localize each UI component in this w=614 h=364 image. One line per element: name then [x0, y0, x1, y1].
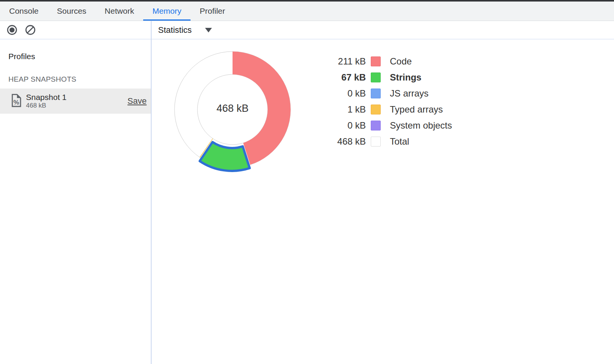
svg-text:%: % [13, 99, 19, 106]
profiles-title: Profiles [8, 52, 151, 61]
legend-value: 67 kB [328, 72, 366, 83]
panel-content: Profiles HEAP SNAPSHOTS % Snapshot 1 468… [0, 39, 614, 364]
legend-value: 0 kB [328, 120, 366, 131]
toolbar-left-section [0, 21, 152, 39]
perspective-select[interactable]: Statistics [158, 25, 212, 35]
legend-row-total[interactable]: 468 kB Total [328, 134, 452, 150]
legend-swatch-strings [371, 72, 381, 82]
legend-label: Typed arrays [390, 104, 443, 115]
legend-swatch-js-arrays [371, 89, 381, 98]
perspective-select-value: Statistics [158, 25, 192, 35]
legend-row-code[interactable]: 211 kB Code [328, 53, 452, 69]
legend-label: Strings [390, 72, 422, 83]
legend-row-typed-arrays[interactable]: 1 kB Typed arrays [328, 101, 452, 118]
chevron-down-icon [205, 28, 212, 32]
profiles-sidebar: Profiles HEAP SNAPSHOTS % Snapshot 1 468… [0, 39, 152, 364]
save-snapshot-link[interactable]: Save [128, 96, 147, 106]
snapshot-title: Snapshot 1 [26, 93, 128, 102]
record-icon[interactable] [7, 25, 17, 35]
legend-label: System objects [390, 120, 452, 131]
tab-console[interactable]: Console [0, 2, 48, 21]
legend-row-system-objects[interactable]: 0 kB System objects [328, 118, 452, 134]
legend-row-js-arrays[interactable]: 0 kB JS arrays [328, 85, 452, 101]
legend-label: JS arrays [390, 88, 428, 99]
chart-legend: 211 kB Code 67 kB Strings 0 kB JS arrays… [328, 53, 452, 150]
snapshot-size: 468 kB [26, 102, 128, 110]
legend-value: 468 kB [328, 136, 366, 147]
legend-value: 211 kB [328, 56, 366, 67]
donut-center-total: 468 kB [217, 103, 249, 114]
snapshot-info: Snapshot 1 468 kB [26, 93, 128, 110]
memory-toolbar: Statistics [0, 21, 614, 39]
tab-network[interactable]: Network [95, 2, 143, 21]
clear-all-icon[interactable] [25, 25, 36, 35]
legend-swatch-code [371, 56, 381, 66]
legend-swatch-typed-arrays [371, 105, 381, 114]
tab-profiler[interactable]: Profiler [191, 2, 234, 21]
heap-snapshot-file-icon: % [11, 94, 21, 109]
statistics-view: 468 kB 211 kB Code 67 kB Strings 0 kB JS… [152, 39, 614, 364]
legend-value: 0 kB [328, 88, 366, 99]
tab-sources[interactable]: Sources [48, 2, 95, 21]
toolbar-right-section: Statistics [152, 21, 614, 39]
legend-swatch-total [371, 137, 381, 147]
legend-label: Code [390, 56, 412, 67]
devtools-tabbar: Console Sources Network Memory Profiler [0, 2, 614, 21]
tab-memory[interactable]: Memory [143, 2, 191, 21]
legend-row-strings[interactable]: 67 kB Strings [328, 69, 452, 85]
legend-value: 1 kB [328, 104, 366, 115]
legend-swatch-system-objects [371, 121, 381, 130]
legend-label: Total [390, 136, 409, 147]
snapshot-list-item[interactable]: % Snapshot 1 468 kB Save [0, 89, 151, 114]
heap-snapshots-section-title: HEAP SNAPSHOTS [8, 75, 151, 84]
